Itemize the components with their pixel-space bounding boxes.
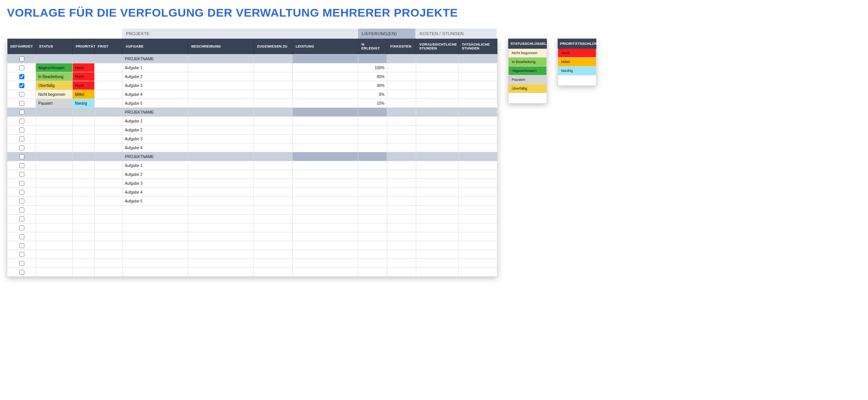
assigned-cell[interactable]: [254, 214, 293, 223]
performance-cell[interactable]: [293, 54, 358, 63]
task-cell[interactable]: [123, 223, 188, 232]
percent-done-cell[interactable]: [358, 250, 387, 259]
est-hours-cell[interactable]: [416, 143, 459, 152]
assigned-cell[interactable]: [254, 126, 293, 134]
performance-cell[interactable]: [293, 179, 358, 188]
percent-done-cell[interactable]: [358, 223, 387, 232]
est-hours-cell[interactable]: [416, 90, 459, 99]
actual-hours-cell[interactable]: [459, 108, 497, 117]
fixed-costs-cell[interactable]: [387, 170, 416, 179]
status-cell[interactable]: [36, 126, 73, 134]
deadline-cell[interactable]: [95, 250, 123, 259]
status-cell[interactable]: Überfällig: [36, 81, 73, 90]
status-cell[interactable]: [36, 197, 73, 206]
status-cell[interactable]: Abgeschlossen: [36, 63, 73, 72]
fixed-costs-cell[interactable]: [387, 99, 416, 108]
assigned-cell[interactable]: [254, 90, 293, 99]
task-cell[interactable]: [123, 241, 188, 250]
risk-checkbox[interactable]: [19, 234, 24, 239]
percent-done-cell[interactable]: [358, 117, 387, 126]
est-hours-cell[interactable]: [416, 206, 459, 214]
status-cell[interactable]: [36, 117, 73, 126]
task-cell[interactable]: PROJEKTNAME: [123, 152, 188, 161]
actual-hours-cell[interactable]: [459, 134, 497, 143]
priority-cell[interactable]: [73, 223, 95, 232]
est-hours-cell[interactable]: [416, 152, 459, 161]
status-cell[interactable]: [36, 223, 73, 232]
assigned-cell[interactable]: [254, 250, 293, 259]
fixed-costs-cell[interactable]: [387, 259, 416, 268]
performance-cell[interactable]: [293, 268, 358, 277]
deadline-cell[interactable]: [95, 134, 123, 143]
fixed-costs-cell[interactable]: [387, 161, 416, 170]
priority-cell[interactable]: Hoch: [73, 81, 95, 90]
task-cell[interactable]: Aufgabe 4: [123, 188, 188, 197]
percent-done-cell[interactable]: [358, 152, 387, 161]
priority-cell[interactable]: [73, 250, 95, 259]
description-cell[interactable]: [188, 214, 254, 223]
actual-hours-cell[interactable]: [459, 241, 497, 250]
actual-hours-cell[interactable]: [459, 188, 497, 197]
assigned-cell[interactable]: [254, 259, 293, 268]
fixed-costs-cell[interactable]: [387, 188, 416, 197]
deadline-cell[interactable]: [95, 179, 123, 188]
fixed-costs-cell[interactable]: [387, 81, 416, 90]
status-cell[interactable]: [36, 179, 73, 188]
fixed-costs-cell[interactable]: [387, 214, 416, 223]
deadline-cell[interactable]: [95, 54, 123, 63]
description-cell[interactable]: [188, 54, 254, 63]
status-cell[interactable]: [36, 206, 73, 214]
assigned-cell[interactable]: [254, 161, 293, 170]
risk-checkbox[interactable]: [19, 92, 24, 97]
est-hours-cell[interactable]: [416, 259, 459, 268]
deadline-cell[interactable]: [95, 268, 123, 277]
task-cell[interactable]: Aufgabe 1: [123, 117, 188, 126]
description-cell[interactable]: [188, 108, 254, 117]
performance-cell[interactable]: [293, 250, 358, 259]
performance-cell[interactable]: [293, 72, 358, 81]
description-cell[interactable]: [188, 72, 254, 81]
est-hours-cell[interactable]: [416, 170, 459, 179]
actual-hours-cell[interactable]: [459, 63, 497, 72]
percent-done-cell[interactable]: 100%: [358, 63, 387, 72]
performance-cell[interactable]: [293, 108, 358, 117]
risk-checkbox[interactable]: [19, 83, 24, 88]
status-cell[interactable]: [36, 108, 73, 117]
actual-hours-cell[interactable]: [459, 152, 497, 161]
fixed-costs-cell[interactable]: [387, 126, 416, 134]
task-cell[interactable]: Aufgabe 3: [123, 134, 188, 143]
assigned-cell[interactable]: [254, 143, 293, 152]
performance-cell[interactable]: [293, 90, 358, 99]
priority-cell[interactable]: [73, 117, 95, 126]
performance-cell[interactable]: [293, 188, 358, 197]
description-cell[interactable]: [188, 99, 254, 108]
priority-cell[interactable]: Hoch: [73, 72, 95, 81]
risk-checkbox[interactable]: [19, 208, 24, 213]
status-cell[interactable]: [36, 143, 73, 152]
percent-done-cell[interactable]: 0%: [358, 90, 387, 99]
task-cell[interactable]: Aufgabe 2: [123, 170, 188, 179]
fixed-costs-cell[interactable]: [387, 90, 416, 99]
task-cell[interactable]: [123, 232, 188, 241]
actual-hours-cell[interactable]: [459, 206, 497, 214]
status-cell[interactable]: [36, 259, 73, 268]
priority-cell[interactable]: [73, 197, 95, 206]
priority-cell[interactable]: [73, 214, 95, 223]
percent-done-cell[interactable]: [358, 170, 387, 179]
performance-cell[interactable]: [293, 152, 358, 161]
assigned-cell[interactable]: [254, 152, 293, 161]
actual-hours-cell[interactable]: [459, 81, 497, 90]
priority-cell[interactable]: [73, 232, 95, 241]
description-cell[interactable]: [188, 259, 254, 268]
actual-hours-cell[interactable]: [459, 259, 497, 268]
assigned-cell[interactable]: [254, 81, 293, 90]
est-hours-cell[interactable]: [416, 188, 459, 197]
description-cell[interactable]: [188, 268, 254, 277]
status-cell[interactable]: [36, 241, 73, 250]
deadline-cell[interactable]: [95, 223, 123, 232]
actual-hours-cell[interactable]: [459, 90, 497, 99]
est-hours-cell[interactable]: [416, 117, 459, 126]
performance-cell[interactable]: [293, 161, 358, 170]
description-cell[interactable]: [188, 90, 254, 99]
deadline-cell[interactable]: [95, 170, 123, 179]
